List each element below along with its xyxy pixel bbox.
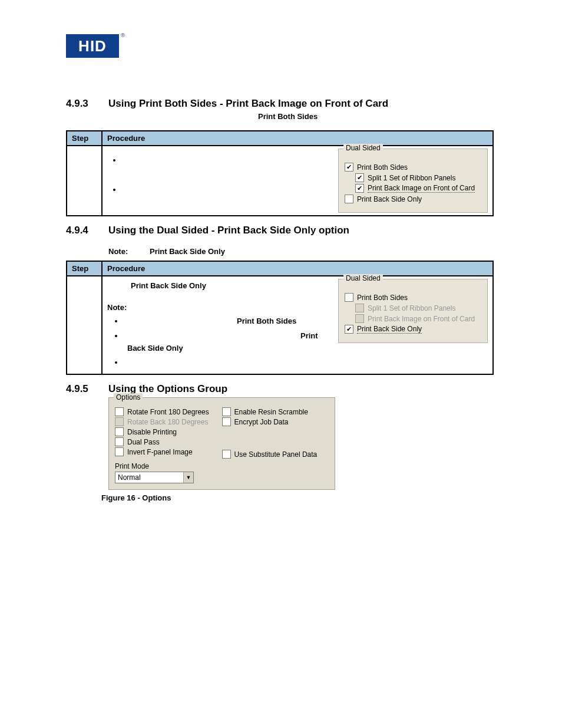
section-subtitle: Print Both Sides bbox=[258, 112, 497, 121]
select-value: Normal bbox=[115, 473, 183, 482]
section-heading-493: 4.9.3 Using Print Both Sides - Print Bac… bbox=[66, 98, 497, 110]
options-groupbox: Options Rotate Front 180 Degrees Rotate … bbox=[108, 397, 335, 490]
print-mode-select[interactable]: Normal ▼ bbox=[115, 472, 194, 483]
page: HID ® 4.9.3 Using Print Both Sides - Pri… bbox=[0, 0, 562, 728]
checkbox-icon bbox=[115, 447, 124, 456]
bullet-item: Print Both Sides bbox=[124, 315, 332, 328]
checkbox-label: Print Both Sides bbox=[357, 163, 408, 172]
figure-caption: Figure 16 - Options bbox=[101, 493, 497, 502]
checkbox-icon: ✔ bbox=[355, 173, 364, 182]
section-heading-494: 4.9.4 Using the Dual Sided - Print Back … bbox=[66, 225, 497, 236]
section-title: Using Print Both Sides - Print Back Imag… bbox=[108, 98, 388, 110]
checkbox-disable-printing[interactable]: Disable Printing bbox=[115, 427, 222, 436]
checkbox-label: Print Back Side Only bbox=[357, 195, 422, 203]
th-procedure: Procedure bbox=[102, 261, 493, 276]
checkbox-split-ribbon-disabled: Split 1 Set of Ribbon Panels bbox=[355, 304, 481, 312]
checkbox-print-back-only[interactable]: Print Back Side Only bbox=[345, 195, 481, 203]
checkbox-label: Dual Pass bbox=[127, 438, 160, 446]
checkbox-label: Split 1 Set of Ribbon Panels bbox=[368, 174, 455, 182]
checkbox-icon bbox=[222, 407, 231, 416]
checkbox-icon: ✔ bbox=[345, 163, 353, 172]
checkbox-print-both-sides[interactable]: ✔ Print Both Sides bbox=[345, 163, 481, 172]
note-value: Print Back Side Only bbox=[150, 247, 225, 256]
checkbox-print-back-on-front-disabled: Print Back Image on Front of Card bbox=[355, 314, 481, 323]
checkbox-rotate-front[interactable]: Rotate Front 180 Degrees bbox=[115, 407, 222, 416]
checkbox-label: Rotate Back 180 Degrees bbox=[127, 418, 208, 426]
bullet-item: Print Back Side Only bbox=[124, 330, 332, 355]
section-number: 4.9.5 bbox=[66, 383, 108, 395]
checkbox-icon bbox=[115, 417, 124, 426]
checkbox-label: Invert F-panel Image bbox=[127, 448, 193, 456]
checkbox-print-both-sides[interactable]: Print Both Sides bbox=[345, 293, 481, 302]
checkbox-label: Print Back Side Only bbox=[357, 325, 422, 334]
checkbox-icon bbox=[355, 314, 364, 323]
logo-text: HID bbox=[78, 37, 107, 55]
chevron-down-icon: ▼ bbox=[183, 472, 193, 483]
step-cell bbox=[67, 146, 102, 216]
checkbox-icon bbox=[115, 437, 124, 446]
checkbox-icon bbox=[222, 450, 231, 459]
section-number: 4.9.4 bbox=[66, 225, 108, 236]
checkbox-resin-scramble[interactable]: Enable Resin Scramble bbox=[222, 407, 329, 416]
checkbox-icon bbox=[345, 195, 353, 203]
procedure-cell: Dual Sided ✔ Print Both Sides ✔ Split 1 … bbox=[102, 146, 493, 216]
procedure-cell: Print Back Side Only Note: Print Both Si… bbox=[102, 276, 493, 374]
checkbox-label: Print Back Image on Front of Card bbox=[368, 315, 475, 323]
bullet-item bbox=[121, 156, 332, 164]
body-note-label: Note: bbox=[107, 303, 332, 312]
checkbox-split-ribbon[interactable]: ✔ Split 1 Set of Ribbon Panels bbox=[355, 173, 481, 182]
procedure-table-494: Step Procedure Print Back Side Only Note… bbox=[66, 261, 494, 375]
checkbox-label: Rotate Front 180 Degrees bbox=[127, 408, 209, 416]
checkbox-icon bbox=[355, 304, 364, 312]
body-title: Print Back Side Only bbox=[131, 281, 332, 290]
checkbox-icon: ✔ bbox=[355, 184, 364, 193]
hid-logo: HID ® bbox=[66, 34, 121, 60]
checkbox-icon bbox=[345, 293, 353, 302]
logo-box: HID bbox=[66, 34, 119, 58]
dual-sided-groupbox: Dual Sided ✔ Print Both Sides ✔ Split 1 … bbox=[338, 149, 488, 213]
groupbox-legend: Dual Sided bbox=[343, 274, 383, 282]
groupbox-legend: Options bbox=[114, 393, 143, 401]
checkbox-rotate-back-disabled: Rotate Back 180 Degrees bbox=[115, 417, 222, 426]
registered-mark: ® bbox=[121, 32, 125, 38]
th-step: Step bbox=[67, 261, 102, 276]
th-step: Step bbox=[67, 131, 102, 146]
note-line: Note: Print Back Side Only bbox=[108, 247, 497, 256]
step-cell bbox=[67, 276, 102, 374]
groupbox-legend: Dual Sided bbox=[343, 144, 383, 152]
checkbox-print-back-only[interactable]: ✔ Print Back Side Only bbox=[345, 325, 481, 334]
bullet-item bbox=[124, 357, 332, 369]
checkbox-invert-fpanel[interactable]: Invert F-panel Image bbox=[115, 447, 222, 456]
dual-sided-groupbox: Dual Sided Print Both Sides Split 1 Set … bbox=[338, 279, 488, 343]
checkbox-label: Encrypt Job Data bbox=[234, 418, 289, 426]
checkbox-encrypt-job[interactable]: Encrypt Job Data bbox=[222, 417, 329, 426]
checkbox-icon: ✔ bbox=[345, 325, 353, 334]
print-mode-label: Print Mode bbox=[115, 462, 222, 470]
checkbox-icon bbox=[115, 427, 124, 436]
checkbox-label: Disable Printing bbox=[127, 428, 177, 436]
checkbox-substitute-panel[interactable]: Use Substitute Panel Data bbox=[222, 450, 329, 459]
checkbox-label: Print Both Sides bbox=[357, 294, 408, 302]
checkbox-label: Print Back Image on Front of Card bbox=[368, 184, 475, 193]
checkbox-label: Use Substitute Panel Data bbox=[234, 450, 318, 459]
note-label: Note: bbox=[108, 247, 150, 256]
bullet-item bbox=[121, 185, 332, 193]
checkbox-icon bbox=[222, 417, 231, 426]
th-procedure: Procedure bbox=[102, 131, 493, 146]
checkbox-label: Split 1 Set of Ribbon Panels bbox=[368, 304, 455, 312]
checkbox-icon bbox=[115, 407, 124, 416]
section-title: Using the Dual Sided - Print Back Side O… bbox=[108, 225, 349, 236]
procedure-table-493: Step Procedure Dual Sided ✔ bbox=[66, 130, 494, 216]
section-number: 4.9.3 bbox=[66, 98, 108, 110]
checkbox-dual-pass[interactable]: Dual Pass bbox=[115, 437, 222, 446]
checkbox-print-back-on-front[interactable]: ✔ Print Back Image on Front of Card bbox=[355, 184, 481, 193]
bullet-list bbox=[121, 156, 332, 193]
checkbox-label: Enable Resin Scramble bbox=[234, 408, 308, 416]
